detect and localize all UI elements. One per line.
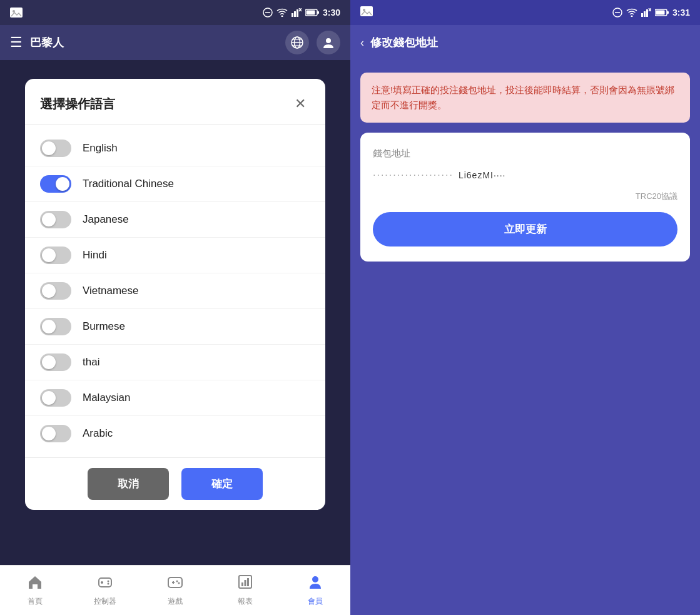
- svg-point-29: [178, 582, 180, 584]
- svg-point-39: [631, 16, 632, 18]
- toggle-traditional-chinese[interactable]: [40, 175, 71, 193]
- left-content: 選擇操作語言 ✕ EnglishTraditional ChineseJapan…: [0, 60, 350, 565]
- wallet-address-row: ···················· Li6ezMI····: [373, 170, 677, 181]
- lang-item-vietnamese[interactable]: Vietnamese: [25, 273, 325, 309]
- toggle-burmese[interactable]: [40, 318, 71, 335]
- member-tab-icon: [307, 574, 323, 594]
- modal-body: EnglishTraditional ChineseJapaneseHindiV…: [25, 125, 325, 457]
- svg-rect-42: [646, 9, 648, 17]
- lang-label-malaysian: Malaysian: [83, 392, 310, 404]
- toggle-hindi[interactable]: [40, 247, 71, 264]
- right-panel: 3:31 ‹ 修改錢包地址 注意!填寫正確的投注錢包地址，投注後能即時結算，否則…: [350, 0, 700, 615]
- app-title: 巴黎人: [30, 35, 278, 50]
- lang-label-vietnamese: Vietnamese: [83, 285, 310, 297]
- tab-item-member[interactable]: 會員: [280, 574, 350, 607]
- wallet-address-masked: ····················: [373, 170, 454, 181]
- lang-item-burmese[interactable]: Burmese: [25, 309, 325, 345]
- warning-text: 注意!填寫正確的投注錢包地址，投注後能即時結算，否則會因為無賬號綁定而不進行開獎…: [372, 83, 679, 113]
- gallery-icon: [10, 8, 23, 18]
- globe-button[interactable]: [285, 31, 309, 54]
- left-status-time-area: 3:30: [263, 8, 340, 18]
- lang-item-japanese[interactable]: Japanese: [25, 202, 325, 238]
- right-page-title: 修改錢包地址: [370, 35, 438, 50]
- wallet-label: 錢包地址: [373, 148, 677, 160]
- reports-tab-icon: [237, 574, 253, 594]
- member-tab-label: 會員: [308, 596, 323, 607]
- svg-point-4: [281, 16, 283, 18]
- modal-close-button[interactable]: ✕: [290, 94, 310, 114]
- left-panel: 3:30 ☰ 巴黎人 選擇操作語言: [0, 0, 350, 615]
- toggle-english[interactable]: [40, 140, 71, 157]
- globe-icon: [290, 36, 304, 49]
- svg-point-34: [312, 576, 318, 582]
- svg-rect-6: [294, 11, 296, 17]
- modal-title: 選擇操作語言: [40, 96, 115, 113]
- minus-icon: [263, 8, 273, 18]
- battery-icon: [305, 9, 319, 16]
- profile-button[interactable]: [317, 31, 340, 54]
- svg-rect-40: [641, 13, 643, 17]
- profile-icon: [322, 36, 335, 49]
- reports-tab-label: 報表: [238, 596, 253, 607]
- controller-tab-label: 控制器: [94, 596, 116, 607]
- svg-rect-5: [292, 13, 293, 17]
- toggle-malaysian[interactable]: [40, 389, 71, 407]
- right-signal-icon: [641, 8, 651, 17]
- toggle-vietnamese[interactable]: [40, 282, 71, 300]
- modal-overlay: 選擇操作語言 ✕ EnglishTraditional ChineseJapan…: [0, 60, 350, 565]
- wifi-icon: [276, 8, 288, 17]
- warning-box: 注意!填寫正確的投注錢包地址，投注後能即時結算，否則會因為無賬號綁定而不進行開獎…: [360, 73, 690, 123]
- toggle-thai[interactable]: [40, 353, 71, 371]
- right-battery-icon: [655, 9, 669, 16]
- lang-item-traditional-chinese[interactable]: Traditional Chinese: [25, 166, 325, 202]
- svg-point-24: [108, 583, 109, 585]
- lang-label-arabic: Arabic: [83, 427, 310, 440]
- right-status-left: [360, 6, 373, 19]
- right-minus-icon: [612, 8, 622, 18]
- lang-label-burmese: Burmese: [83, 320, 310, 333]
- wallet-protocol: TRC20協議: [373, 191, 677, 202]
- svg-rect-31: [241, 582, 243, 586]
- confirm-button[interactable]: 確定: [181, 468, 263, 500]
- toggle-japanese[interactable]: [40, 211, 71, 228]
- svg-rect-46: [667, 11, 669, 14]
- svg-point-23: [108, 581, 109, 582]
- lang-item-arabic[interactable]: Arabic: [25, 416, 325, 451]
- right-top-nav: ‹ 修改錢包地址: [350, 25, 700, 60]
- update-button[interactable]: 立即更新: [373, 212, 677, 247]
- lang-item-thai[interactable]: thai: [25, 345, 325, 380]
- wallet-card: 錢包地址 ···················· Li6ezMI···· TR…: [360, 133, 690, 262]
- lang-label-hindi: Hindi: [83, 249, 310, 262]
- svg-rect-12: [306, 11, 315, 15]
- toggle-arabic[interactable]: [40, 425, 71, 442]
- svg-point-28: [176, 581, 178, 582]
- lang-item-malaysian[interactable]: Malaysian: [25, 380, 325, 416]
- modal-footer: 取消 確定: [25, 457, 325, 510]
- lang-item-english[interactable]: English: [25, 131, 325, 166]
- svg-rect-47: [656, 11, 664, 15]
- right-time: 3:31: [672, 8, 690, 18]
- back-button[interactable]: ‹: [360, 36, 364, 49]
- games-tab-label: 遊戲: [168, 596, 183, 607]
- lang-label-english: English: [83, 142, 310, 155]
- right-content: 注意!填寫正確的投注錢包地址，投注後能即時結算，否則會因為無賬號綁定而不進行開獎…: [350, 60, 700, 615]
- cancel-button[interactable]: 取消: [88, 468, 169, 500]
- left-top-nav: ☰ 巴黎人: [0, 25, 350, 60]
- tab-item-reports[interactable]: 報表: [210, 574, 280, 607]
- svg-rect-7: [297, 9, 298, 17]
- svg-point-18: [326, 38, 331, 43]
- left-status-bar: 3:30: [0, 0, 350, 25]
- lang-item-hindi[interactable]: Hindi: [25, 238, 325, 273]
- menu-icon[interactable]: ☰: [10, 34, 23, 51]
- home-tab-label: 首頁: [28, 596, 43, 607]
- tab-item-home[interactable]: 首頁: [0, 574, 70, 607]
- lang-label-japanese: Japanese: [83, 213, 310, 226]
- tab-item-games[interactable]: 遊戲: [140, 574, 210, 607]
- back-chevron-icon: ‹: [360, 36, 364, 49]
- language-modal: 選擇操作語言 ✕ EnglishTraditional ChineseJapan…: [25, 79, 325, 510]
- svg-rect-11: [317, 11, 319, 14]
- tab-item-controller[interactable]: 控制器: [70, 574, 140, 607]
- svg-rect-41: [644, 11, 646, 17]
- right-status-bar: 3:31: [350, 0, 700, 25]
- modal-header: 選擇操作語言 ✕: [25, 79, 325, 125]
